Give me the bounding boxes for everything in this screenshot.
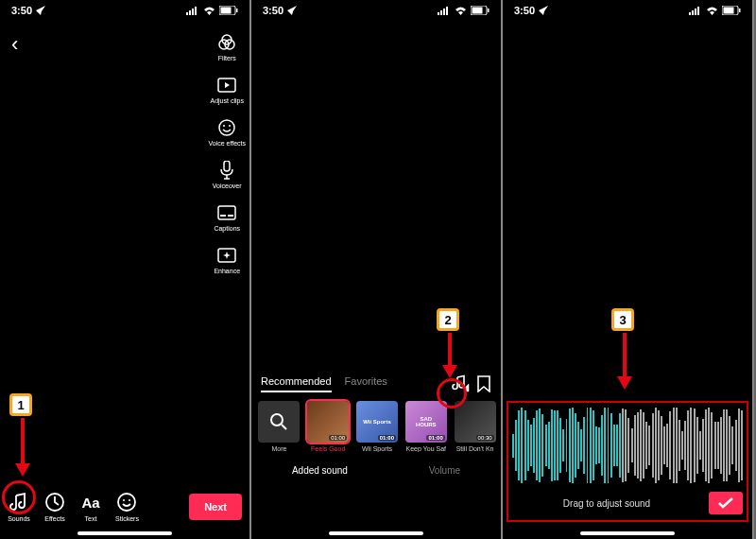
next-button[interactable]: Next <box>189 494 242 520</box>
svg-rect-40 <box>695 9 696 15</box>
status-bar: 3:50 <box>251 0 501 21</box>
wifi-icon <box>203 7 215 15</box>
filters-tool[interactable]: Filters <box>216 32 237 61</box>
effects-label: Effects <box>44 515 64 522</box>
arrow-1-icon <box>15 418 30 477</box>
signal-icon <box>186 7 199 15</box>
subtab-volume[interactable]: Volume <box>429 465 460 476</box>
track-name: More <box>257 445 301 452</box>
svg-marker-26 <box>15 463 30 477</box>
stickers-button[interactable]: Stickers <box>115 491 139 522</box>
captions-icon <box>216 202 237 223</box>
track-duration: 01:00 <box>426 435 444 441</box>
back-arrow[interactable]: ‹ <box>11 32 18 57</box>
confirm-button[interactable] <box>709 492 743 514</box>
svg-rect-15 <box>224 161 230 171</box>
track-duration: 00:30 <box>476 435 494 441</box>
waveform[interactable] <box>512 407 743 484</box>
arrow-2-icon <box>442 333 457 378</box>
voice-effects-icon <box>216 117 237 138</box>
bookmark-icon[interactable] <box>476 375 491 392</box>
svg-rect-38 <box>689 12 691 15</box>
adjust-clips-icon <box>216 75 237 96</box>
wifi-icon <box>455 7 467 15</box>
highlight-circle-1 <box>2 480 36 514</box>
step-badge-2: 2 <box>437 308 459 331</box>
sounds-label: Sounds <box>8 515 30 522</box>
svg-rect-5 <box>221 8 232 14</box>
svg-rect-39 <box>692 10 694 15</box>
svg-point-14 <box>229 125 231 127</box>
voice-effects-tool[interactable]: Voice effects <box>208 117 246 147</box>
svg-rect-28 <box>440 10 442 15</box>
svg-point-12 <box>219 120 234 135</box>
step-badge-3: 3 <box>611 308 634 331</box>
track-item[interactable]: SADHOURS01:00 Keep You Saf <box>404 401 448 452</box>
text-button[interactable]: Aa Text <box>79 491 102 522</box>
signal-icon <box>689 7 702 15</box>
battery-icon <box>471 6 490 15</box>
search-icon <box>258 401 300 443</box>
svg-rect-17 <box>220 215 226 217</box>
adjust-clips-label: Adjust clips <box>211 97 244 104</box>
side-tools: Filters Adjust clips Voice effects Voice… <box>208 32 246 274</box>
svg-rect-2 <box>192 9 194 15</box>
svg-point-23 <box>123 499 125 501</box>
captions-label: Captions <box>214 225 240 232</box>
screen-3-trim: 3:50 Beginning recording from 00:10 Drag… <box>503 0 754 539</box>
bottom-toolbar: Sounds Effects Aa Text Stickers Next <box>0 491 249 522</box>
captions-tool[interactable]: Captions <box>214 202 240 232</box>
recording-start-label: Beginning recording from 00:10 <box>512 0 618 391</box>
svg-point-22 <box>118 494 135 511</box>
filters-label: Filters <box>218 55 236 61</box>
text-label: Text <box>85 515 97 522</box>
voiceover-tool[interactable]: Voiceover <box>213 160 242 189</box>
home-indicator <box>77 531 172 535</box>
adjust-clips-tool[interactable]: Adjust clips <box>211 75 244 104</box>
svg-marker-37 <box>442 365 457 378</box>
location-icon <box>36 6 45 15</box>
svg-rect-43 <box>724 8 734 14</box>
screen-1-edit: 3:50 ‹ Filters Adjust clips Voice effect… <box>0 0 251 539</box>
track-name: Keep You Saf <box>404 445 448 452</box>
svg-rect-41 <box>697 7 699 15</box>
track-search[interactable]: More <box>257 401 301 452</box>
track-item[interactable]: 00:30 Still Don't Kn <box>453 401 497 452</box>
svg-rect-1 <box>189 10 191 15</box>
svg-rect-3 <box>195 7 197 15</box>
svg-rect-6 <box>236 9 238 12</box>
svg-rect-29 <box>443 9 445 15</box>
stickers-icon <box>115 491 138 513</box>
svg-point-13 <box>223 125 225 127</box>
svg-rect-16 <box>218 206 235 219</box>
track-item[interactable]: Wii Sports01:00 Wii Sports <box>355 401 400 452</box>
subtab-added-sound[interactable]: Added sound <box>292 465 348 476</box>
svg-point-34 <box>271 414 283 426</box>
check-icon <box>718 497 733 509</box>
stickers-label: Stickers <box>115 515 139 522</box>
svg-rect-27 <box>438 12 439 15</box>
highlight-circle-2 <box>437 378 467 409</box>
step-badge-1: 1 <box>9 393 32 416</box>
enhance-tool[interactable]: Enhance <box>214 245 240 274</box>
effects-icon <box>43 491 66 513</box>
svg-rect-18 <box>228 215 233 217</box>
svg-rect-33 <box>488 9 490 12</box>
signal-icon <box>438 7 451 15</box>
track-duration: 01:00 <box>329 435 347 441</box>
wifi-icon <box>706 7 718 15</box>
filters-icon <box>216 32 237 53</box>
tab-recommended[interactable]: Recommended <box>261 375 332 392</box>
svg-rect-32 <box>472 8 483 14</box>
tab-favorites[interactable]: Favorites <box>345 375 387 392</box>
home-indicator <box>329 531 423 535</box>
arrow-3-icon <box>617 333 632 390</box>
home-indicator <box>580 531 675 535</box>
track-item[interactable]: 01:00 Feels Good <box>306 401 351 452</box>
battery-icon <box>722 6 741 15</box>
effects-button[interactable]: Effects <box>43 491 66 522</box>
status-time: 3:50 <box>263 5 284 16</box>
svg-marker-11 <box>225 82 230 88</box>
enhance-label: Enhance <box>214 268 240 274</box>
track-name: Wii Sports <box>355 445 400 452</box>
